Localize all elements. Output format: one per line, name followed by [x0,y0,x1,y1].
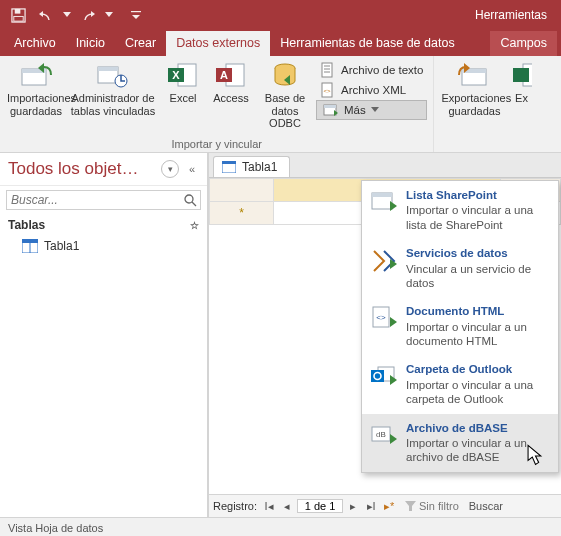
filter-label: Sin filtro [419,500,459,512]
linked-table-manager-label: Administrador de tablas vinculadas [71,92,155,117]
saved-imports-button[interactable]: Importaciones guardadas [6,58,66,132]
nav-group-tables[interactable]: Tablas ☆ [0,214,207,236]
redo-icon[interactable] [76,3,100,27]
contextual-tools-label: Herramientas [467,8,555,22]
datasheet[interactable]: Id ▼ * (Nuevo) List [209,177,561,494]
tab-db-tools[interactable]: Herramientas de base de datos [270,31,464,56]
table-import-icon [323,102,339,118]
nav-header[interactable]: Todos los objet… ▾ « [0,153,207,186]
menu-dbase-title: Archivo de dBASE [406,421,550,435]
chevron-down-icon [371,107,379,113]
nav-item-tabla1[interactable]: Tabla1 [0,236,207,256]
ribbon: Importaciones guardadas Administrador de… [0,56,561,153]
undo-icon[interactable] [34,3,58,27]
menu-html-title: Documento HTML [406,304,550,318]
table-icon [222,161,236,173]
nav-title: Todos los objet… [8,159,157,179]
saved-exports-label: Exportaciones guardadas [441,92,511,117]
linked-table-manager-button[interactable]: Administrador de tablas vinculadas [68,58,158,132]
new-record-icon[interactable]: ▸* [381,498,397,514]
menu-outlook-title: Carpeta de Outlook [406,362,550,376]
redo-more-icon[interactable] [104,3,114,27]
import-xml-button[interactable]: <> Archivo XML [316,80,427,100]
record-position-input[interactable] [297,499,343,513]
first-record-icon[interactable]: I◂ [261,498,277,514]
dbase-icon: dB [370,421,398,449]
record-label: Registro: [213,500,257,512]
saved-exports-button[interactable]: Exportaciones guardadas [440,58,508,119]
svg-point-28 [185,195,193,203]
record-search-label[interactable]: Buscar [469,500,503,512]
svg-rect-36 [372,193,392,197]
status-view-label: Vista Hoja de datos [8,522,103,534]
svg-text:<>: <> [323,88,331,94]
import-excel-label: Excel [170,92,197,104]
menu-sharepoint-title: Lista SharePoint [406,188,550,202]
html-doc-icon: <> [370,304,398,332]
chevron-down-icon[interactable]: ▾ [161,160,179,178]
nav-group-tables-label: Tablas [8,218,45,232]
collapse-pane-icon[interactable]: « [185,163,199,175]
excel-export-icon [511,60,532,90]
tab-home[interactable]: Inicio [66,31,115,56]
undo-more-icon[interactable] [62,3,72,27]
status-bar: Vista Hoja de datos [0,517,561,536]
next-record-icon[interactable]: ▸ [345,498,361,514]
document-tab-tabla1[interactable]: Tabla1 [213,156,290,177]
import-xml-label: Archivo XML [341,84,406,96]
funnel-icon [405,501,416,512]
nav-pane: Todos los objet… ▾ « Tablas ☆ Tabla1 [0,153,208,517]
svg-rect-27 [513,68,529,82]
document-area: Tabla1 Id ▼ * (Nuevo) [208,153,561,517]
title-bar: Herramientas [0,0,561,30]
ribbon-group-export: Exportaciones guardadas Ex [434,56,538,152]
saved-imports-label: Importaciones guardadas [7,92,76,117]
menu-html-desc: Importar o vincular a un documento HTML [406,320,550,349]
menu-dbase-desc: Importar o vincular a un archivo de dBAS… [406,436,550,465]
last-record-icon[interactable]: ▸I [363,498,379,514]
nav-search-input[interactable] [7,191,180,209]
qat-customize-icon[interactable] [124,3,148,27]
ribbon-tabs: Archivo Inicio Crear Datos externos Herr… [0,30,561,56]
filter-indicator[interactable]: Sin filtro [405,500,459,512]
export-excel-button[interactable]: Ex [510,58,532,119]
import-text-button[interactable]: Archivo de texto [316,60,427,80]
svg-text:<>: <> [376,313,386,322]
saved-exports-icon [457,60,491,90]
menu-outlook-desc: Importar o vincular a una carpeta de Out… [406,378,550,407]
linked-table-manager-icon [96,60,130,90]
tab-fields[interactable]: Campos [490,31,557,56]
tab-create[interactable]: Crear [115,31,166,56]
ribbon-group-import: Importaciones guardadas Administrador de… [0,56,434,152]
menu-html[interactable]: <> Documento HTML Importar o vincular a … [362,297,558,355]
menu-dbase[interactable]: dB Archivo de dBASE Importar o vincular … [362,414,558,472]
svg-rect-1 [14,8,20,13]
import-small-column: Archivo de texto <> Archivo XML Más [316,58,427,132]
row-selector-header[interactable] [210,179,274,202]
ribbon-group-import-label: Importar y vincular [171,138,261,152]
menu-dataservices[interactable]: Servicios de datos Vincular a un servici… [362,239,558,297]
chevron-up-icon: ☆ [190,220,199,231]
tab-external-data[interactable]: Datos externos [166,31,270,56]
svg-rect-23 [324,105,336,108]
menu-sharepoint[interactable]: Lista SharePoint Importar o vincular a u… [362,181,558,239]
menu-outlook[interactable]: Carpeta de Outlook Importar o vincular a… [362,355,558,413]
text-file-icon [320,62,336,78]
menu-dataservices-title: Servicios de datos [406,246,550,260]
import-access-button[interactable]: A Access [208,58,254,132]
svg-line-29 [192,202,196,206]
svg-rect-7 [98,67,118,71]
import-excel-button[interactable]: X Excel [160,58,206,132]
import-more-button[interactable]: Más [316,100,427,120]
search-icon[interactable] [180,191,200,209]
workspace: Todos los objet… ▾ « Tablas ☆ Tabla1 [0,153,561,517]
xml-file-icon: <> [320,82,336,98]
export-excel-label: Ex [515,92,528,104]
save-icon[interactable] [6,3,30,27]
tab-file[interactable]: Archivo [4,31,66,56]
import-odbc-button[interactable]: Base de datos ODBC [256,58,314,132]
prev-record-icon[interactable]: ◂ [279,498,295,514]
import-access-label: Access [213,92,248,104]
menu-sharepoint-desc: Importar o vincular a una lista de Share… [406,203,550,232]
svg-text:dB: dB [376,430,386,439]
